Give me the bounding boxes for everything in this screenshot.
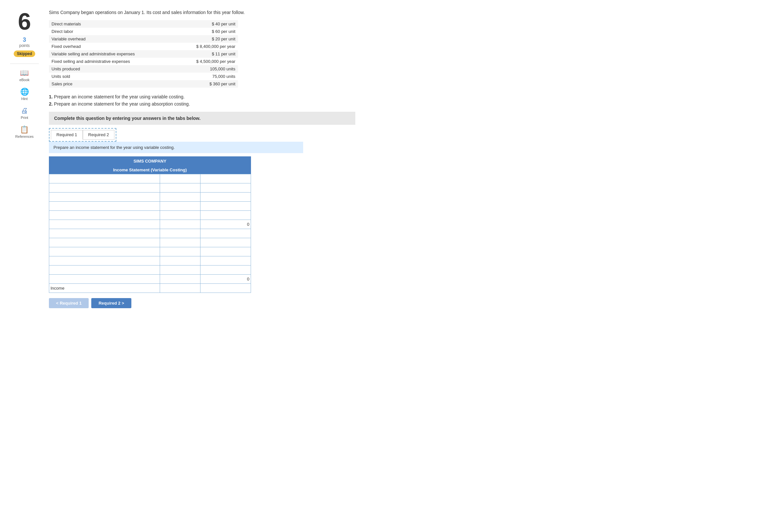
references-icon: 📋 — [20, 125, 29, 134]
row5-label-input[interactable] — [51, 213, 158, 218]
tab-required1[interactable]: Required 1 — [51, 130, 83, 140]
print-label: Print — [21, 116, 28, 120]
cost-row: Fixed overhead$ 8,400,000 per year — [49, 43, 238, 50]
cost-value-4: $ 11 per unit — [168, 50, 238, 58]
cost-label-0: Direct materials — [49, 20, 168, 28]
row5-value-input[interactable] — [202, 213, 249, 218]
row3-label-input[interactable] — [51, 194, 158, 199]
cost-value-5: $ 4,500,000 per year — [168, 58, 238, 65]
cost-row: Variable selling and administrative expe… — [49, 50, 238, 58]
row7-mid-input[interactable] — [161, 231, 199, 236]
row11-label-input[interactable] — [51, 267, 158, 272]
company-name: SIMS COMPANY — [49, 156, 251, 166]
row10-label-input[interactable] — [51, 258, 158, 263]
cost-row: Direct labor$ 60 per unit — [49, 28, 238, 35]
row10-value-input[interactable] — [202, 258, 249, 263]
cost-value-2: $ 20 per unit — [168, 35, 238, 43]
income-table: 0 — [49, 174, 251, 293]
table-row — [49, 211, 251, 220]
row2-label-input[interactable] — [51, 185, 158, 190]
points-label: points — [19, 43, 30, 48]
income-row: Income — [49, 284, 251, 293]
row11-mid-input[interactable] — [161, 267, 199, 272]
cost-value-3: $ 8,400,000 per year — [168, 43, 238, 50]
cost-label-7: Units sold — [49, 73, 168, 80]
bottom-nav: < Required 1 Required 2 > — [49, 298, 303, 308]
status-badge: Skipped — [14, 50, 36, 57]
table-row — [49, 229, 251, 238]
row8-value-input[interactable] — [202, 240, 249, 245]
cost-row: Sales price$ 360 per unit — [49, 80, 238, 88]
row9-label-input[interactable] — [51, 249, 158, 254]
statement-title: Income Statement (Variable Costing) — [49, 166, 251, 174]
tabs-wrapper: Required 1 Required 2 — [49, 128, 116, 142]
table-row — [49, 256, 251, 266]
cost-value-7: 75,000 units — [168, 73, 238, 80]
table-row — [49, 238, 251, 247]
next-button[interactable]: Required 2 > — [91, 298, 131, 308]
tab-required2[interactable]: Required 2 — [83, 130, 115, 140]
cost-label-4: Variable selling and administrative expe… — [49, 50, 168, 58]
tab-content: Prepare an income statement for the year… — [49, 142, 303, 153]
row1-mid-input[interactable] — [161, 176, 199, 181]
print-tool[interactable]: 🖨 Print — [21, 107, 28, 120]
complete-notice: Complete this question by entering your … — [49, 112, 355, 125]
references-label: References — [15, 135, 34, 138]
cost-label-1: Direct labor — [49, 28, 168, 35]
references-tool[interactable]: 📋 References — [15, 125, 34, 138]
row7-label-input[interactable] — [51, 231, 158, 236]
income-label: Income — [49, 284, 160, 293]
cost-label-5: Fixed selling and administrative expense… — [49, 58, 168, 65]
table-row — [49, 266, 251, 275]
cost-row: Fixed selling and administrative expense… — [49, 58, 238, 65]
row1-value-input[interactable] — [202, 176, 249, 181]
cost-value-6: 105,000 units — [168, 65, 238, 73]
row8-label-input[interactable] — [51, 240, 158, 245]
row3-value-input[interactable] — [202, 194, 249, 199]
cost-label-3: Fixed overhead — [49, 43, 168, 50]
intro-text: Sims Company began operations on January… — [49, 10, 355, 15]
row6-label-input[interactable] — [51, 222, 158, 227]
tab-instruction: Prepare an income statement for the year… — [53, 145, 175, 150]
row5-mid-input[interactable] — [161, 213, 199, 218]
row4-label-input[interactable] — [51, 204, 158, 208]
row1-label-input[interactable] — [51, 176, 158, 181]
income-statement-wrapper: SIMS COMPANY Income Statement (Variable … — [49, 156, 251, 293]
hint-tool[interactable]: 🌐 Hint — [20, 88, 29, 101]
ebook-tool[interactable]: 📖 eBook — [19, 69, 29, 82]
print-icon: 🖨 — [21, 107, 28, 115]
hint-label: Hint — [21, 97, 28, 101]
cost-row: Direct materials$ 40 per unit — [49, 20, 238, 28]
row11-value-input[interactable] — [202, 267, 249, 272]
row3-mid-input[interactable] — [161, 194, 199, 199]
table-row: 0 — [49, 220, 251, 229]
cost-label-6: Units produced — [49, 65, 168, 73]
hint-icon: 🌐 — [20, 88, 29, 96]
row12-label-input[interactable] — [51, 277, 158, 281]
row4-value-input[interactable] — [202, 204, 249, 208]
cost-label-2: Variable overhead — [49, 35, 168, 43]
row10-mid-input[interactable] — [161, 258, 199, 263]
cost-value-8: $ 360 per unit — [168, 80, 238, 88]
row2-value-input[interactable] — [202, 185, 249, 190]
table-row — [49, 193, 251, 202]
row8-mid-input[interactable] — [161, 240, 199, 245]
income-value-input[interactable] — [202, 286, 249, 291]
income-mid-input[interactable] — [161, 286, 199, 291]
row2-mid-input[interactable] — [161, 185, 199, 190]
cost-value-1: $ 60 per unit — [168, 28, 238, 35]
row6-mid-input[interactable] — [161, 222, 199, 227]
row7-value-input[interactable] — [202, 231, 249, 236]
cost-value-0: $ 40 per unit — [168, 20, 238, 28]
cost-table: Direct materials$ 40 per unitDirect labo… — [49, 20, 238, 88]
prev-button[interactable]: < Required 1 — [49, 298, 89, 308]
row12-mid-input[interactable] — [161, 277, 199, 281]
row4-mid-input[interactable] — [161, 204, 199, 208]
row9-mid-input[interactable] — [161, 249, 199, 254]
instructions: 1. Prepare an income statement for the y… — [49, 94, 355, 107]
table-row — [49, 247, 251, 256]
row9-value-input[interactable] — [202, 249, 249, 254]
cost-label-8: Sales price — [49, 80, 168, 88]
ebook-label: eBook — [19, 78, 29, 82]
points-value: 3 — [19, 36, 30, 43]
